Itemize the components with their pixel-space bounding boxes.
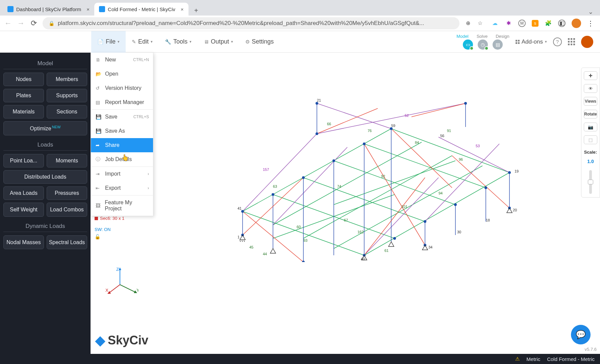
browser-tab-dashboard[interactable]: Dashboard | SkyCiv Platform × (3, 3, 94, 16)
menu-share[interactable]: ➦ Share (91, 138, 153, 152)
mode-label-model: Model (456, 34, 468, 39)
slider-thumb[interactable] (588, 180, 593, 184)
settings-button[interactable]: ⚙ Settings (239, 31, 280, 53)
sidebar-optimize-button[interactable]: OptimizeNEW (3, 121, 87, 135)
close-icon[interactable]: × (181, 6, 184, 12)
reload-button[interactable]: ⟳ (30, 19, 38, 28)
mode-solve-button[interactable]: ◷ (478, 40, 488, 50)
svg-point-44 (363, 142, 366, 145)
sidebar-nodes-button[interactable]: Nodes (3, 73, 44, 86)
side-panel-icon[interactable]: ◧ (558, 20, 566, 27)
install-icon[interactable]: ⊕ (464, 20, 472, 27)
svg-text:44: 44 (263, 252, 267, 256)
edit-menu-button[interactable]: ✎ Edit ▾ (126, 31, 159, 53)
extension-icon[interactable]: M (518, 20, 526, 27)
extension-icon[interactable]: s (532, 20, 539, 27)
legend-label: Sec6: 30 x 1 (100, 216, 124, 221)
profile-avatar[interactable] (572, 19, 581, 28)
menu-new[interactable]: 🗎 New CTRL+N (91, 53, 153, 67)
menu-save[interactable]: 💾 Save CTRL+S (91, 110, 153, 124)
sidebar-area-loads-button[interactable]: Area Loads (3, 186, 44, 200)
warning-icon[interactable]: ⚠ (515, 356, 520, 362)
views-button[interactable]: Views (584, 97, 597, 106)
back-button[interactable]: ← (4, 19, 12, 28)
svg-point-52 (454, 203, 457, 206)
model-canvas[interactable]: 442861 6067101 949274 639684 766691 4516… (91, 53, 600, 354)
sidebar-sections-button[interactable]: Sections (47, 105, 87, 119)
sidebar-load-combos-button[interactable]: Load Combos (47, 203, 87, 216)
bookmark-icon[interactable]: ☆ (476, 20, 484, 27)
addons-button[interactable]: Add-ons ▾ (516, 38, 547, 45)
screenshot-button[interactable]: 📷 (584, 123, 597, 131)
visibility-toggle-button[interactable]: 👁 (584, 84, 597, 93)
browser-menu-icon[interactable]: ⋮ (587, 19, 593, 27)
sidebar-materials-button[interactable]: Materials (3, 105, 44, 119)
sidebar-nodal-masses-button[interactable]: Nodal Masses (3, 235, 44, 249)
svg-point-53 (484, 186, 487, 189)
zoom-in-button[interactable]: + (584, 71, 597, 80)
svg-text:94: 94 (439, 191, 443, 195)
svg-text:92: 92 (381, 174, 385, 178)
extension-icon[interactable]: ✱ (505, 20, 512, 27)
tools-menu-button[interactable]: 🔧 Tools ▾ (159, 31, 198, 53)
close-icon[interactable]: × (86, 6, 90, 12)
new-tab-button[interactable]: + (191, 5, 201, 16)
image-icon: 🖼 (96, 203, 101, 208)
svg-point-40 (241, 210, 244, 213)
menu-import[interactable]: ⇥ Import › (91, 167, 153, 181)
svg-line-10 (364, 173, 509, 255)
svg-text:Z: Z (116, 267, 119, 272)
rotate-button[interactable]: Rotate (584, 110, 597, 119)
forward-button[interactable]: → (17, 19, 25, 28)
menu-export[interactable]: ⇤ Export › (91, 181, 153, 195)
svg-text:20: 20 (513, 208, 517, 212)
monitor-icon: 🖥 (204, 39, 209, 45)
menu-save-as[interactable]: 💾 Save As (91, 124, 153, 138)
unlock-icon[interactable]: 🔓 (95, 234, 130, 239)
tab-list-chevron-icon[interactable]: ⌄ (584, 8, 597, 16)
section-title-model: Model (3, 57, 87, 69)
mode-design-button[interactable]: ▤ (493, 40, 503, 50)
sidebar-supports-button[interactable]: Supports (47, 89, 87, 102)
file-menu-button[interactable]: 📄 File ▾ (91, 31, 126, 53)
box-view-button[interactable]: ⬚ (584, 135, 597, 144)
user-avatar[interactable] (581, 36, 593, 48)
menu-feature-project[interactable]: 🖼 Feature My Project (91, 196, 153, 216)
save-icon: 💾 (96, 114, 101, 120)
help-button[interactable]: ? (553, 37, 562, 46)
sidebar-members-button[interactable]: Members (47, 73, 87, 86)
axis-gizmo[interactable]: Z Y X (105, 266, 139, 300)
extensions-icon[interactable]: 🧩 (545, 20, 552, 27)
svg-text:34: 34 (428, 245, 432, 249)
output-menu-button[interactable]: 🖥 Output ▾ (198, 31, 239, 53)
mode-switcher: Model Solve Design ▭ ◷ ▤ (456, 34, 509, 50)
extension-icon[interactable]: ☁ (491, 20, 499, 27)
logo-mark-icon: ◆ (95, 333, 105, 348)
status-filename[interactable]: Cold Formed - Metric (547, 356, 595, 362)
share-icon: ➦ (96, 142, 101, 148)
sidebar-spectral-loads-button[interactable]: Spectral Loads (47, 235, 87, 249)
sidebar-moments-button[interactable]: Moments (47, 154, 87, 167)
browser-tab-active[interactable]: Cold Formed - Metric | SkyCiv × (94, 3, 189, 16)
sidebar-distributed-loads-button[interactable]: Distributed Loads (3, 170, 87, 184)
new-badge: NEW (52, 125, 61, 129)
sidebar-point-loads-button[interactable]: Point Loa... (3, 154, 44, 167)
mode-label-solve: Solve (477, 34, 488, 39)
svg-text:157: 157 (263, 167, 269, 172)
menu-version-history[interactable]: ↺ Version History (91, 81, 153, 95)
menu-report-manager[interactable]: ▤ Report Manager (91, 95, 153, 109)
chat-button[interactable]: 💬 (571, 325, 591, 344)
app-toolbar: 📄 File ▾ ✎ Edit ▾ 🔧 Tools ▾ 🖥 Output ▾ ⚙… (0, 31, 600, 53)
scale-slider[interactable] (589, 170, 592, 194)
svg-text:Y: Y (136, 288, 139, 293)
sidebar-plates-button[interactable]: Plates (3, 89, 44, 102)
url-field[interactable]: 🔒 platform.skyciv.com/structural?preload… (43, 17, 459, 29)
menu-open[interactable]: 📂 Open (91, 67, 153, 81)
tab-bar: Dashboard | SkyCiv Platform × Cold Forme… (0, 0, 600, 16)
sidebar-self-weight-button[interactable]: Self Weight (3, 203, 44, 216)
sidebar-pressures-button[interactable]: Pressures (47, 186, 87, 200)
view-tools-panel: + 👁 Views Rotate 📷 ⬚ Scale: 1.0 (581, 68, 600, 198)
apps-button[interactable] (568, 38, 575, 45)
mode-model-button[interactable]: ▭ (463, 40, 473, 50)
status-units[interactable]: Metric (526, 356, 540, 362)
